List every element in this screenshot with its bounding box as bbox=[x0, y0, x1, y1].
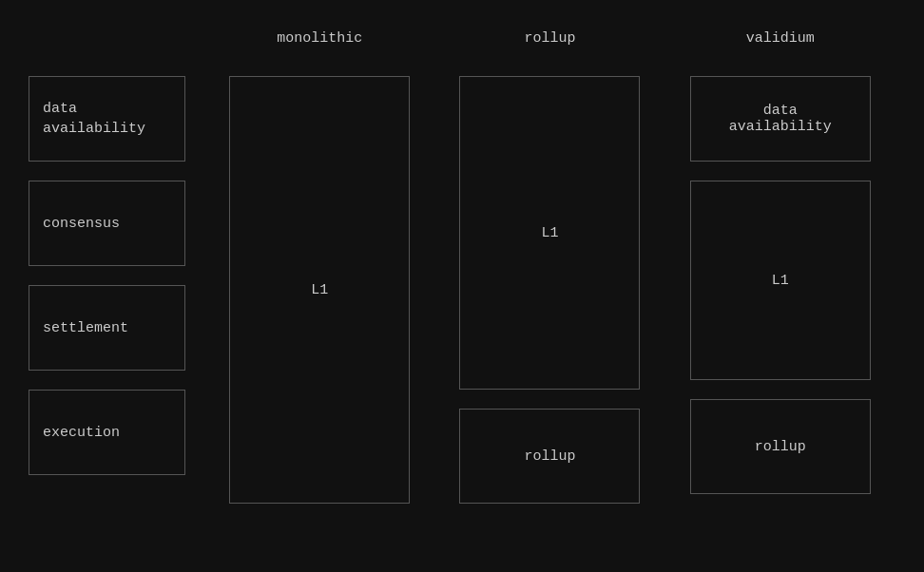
label-settlement: settlement bbox=[29, 285, 185, 371]
validium-rollup-block: rollup bbox=[690, 399, 871, 494]
label-consensus: consensus bbox=[29, 181, 185, 266]
rollup-header: rollup bbox=[524, 19, 575, 57]
labels-column: data availability consensus settlement e… bbox=[29, 19, 204, 475]
rollup-l1-block: L1 bbox=[459, 76, 640, 390]
monolithic-header: monolithic bbox=[277, 19, 362, 57]
label-data-availability: data availability bbox=[29, 76, 185, 162]
architecture-columns: monolithic L1 rollup L1 rollup validium bbox=[204, 19, 895, 504]
diagram: data availability consensus settlement e… bbox=[0, 0, 924, 572]
validium-da-block: data availability bbox=[690, 76, 871, 162]
validium-column: validium data availability L1 rollup bbox=[665, 19, 895, 504]
validium-l1-block: L1 bbox=[690, 181, 871, 380]
monolithic-l1-block: L1 bbox=[229, 76, 410, 504]
rollup-rollup-block: rollup bbox=[459, 409, 640, 504]
validium-header: validium bbox=[746, 19, 815, 57]
rollup-column: rollup L1 rollup bbox=[434, 19, 664, 504]
monolithic-column: monolithic L1 bbox=[204, 19, 434, 504]
label-execution: execution bbox=[29, 390, 185, 475]
